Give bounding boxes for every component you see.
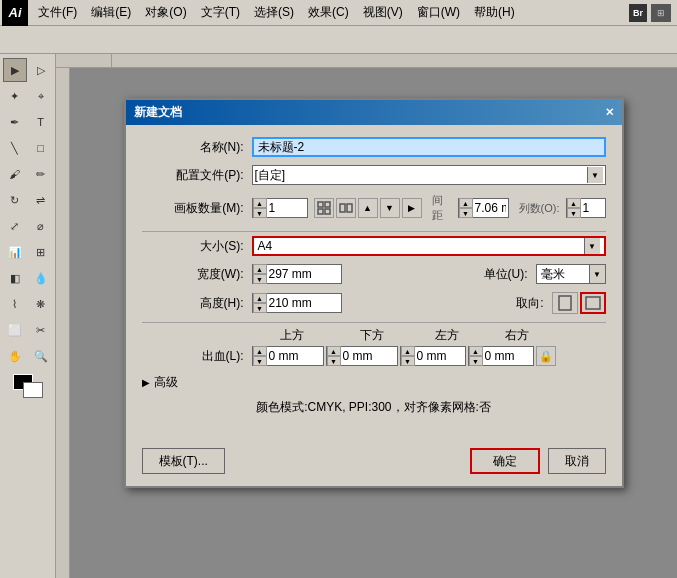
menu-object[interactable]: 对象(O) — [139, 2, 192, 23]
layout-up-icon[interactable]: ▲ — [358, 198, 378, 218]
tool-pen[interactable]: ✒ — [3, 110, 27, 134]
artboard-count-spinner[interactable]: ▲ ▼ — [252, 198, 308, 218]
height-row: 高度(H): ▲ ▼ — [142, 292, 606, 314]
col-count-up[interactable]: ▲ — [567, 198, 581, 208]
artboard-count-up[interactable]: ▲ — [253, 198, 267, 208]
bleed-right-spinner[interactable]: ▲ ▼ — [468, 346, 534, 366]
bleed-right-input[interactable] — [483, 349, 529, 363]
col-count-spinner[interactable]: ▲ ▼ — [566, 198, 606, 218]
height-up[interactable]: ▲ — [253, 293, 267, 303]
svg-rect-5 — [347, 204, 352, 212]
spacing-input[interactable] — [473, 201, 508, 215]
profile-dropdown-arrow[interactable]: ▼ — [587, 167, 603, 183]
advanced-label[interactable]: 高级 — [154, 374, 178, 391]
tool-mesh[interactable]: ⊞ — [29, 240, 53, 264]
orient-portrait-btn[interactable] — [552, 292, 578, 314]
tool-rotate[interactable]: ↻ — [3, 188, 27, 212]
cancel-button[interactable]: 取消 — [548, 448, 606, 474]
tool-rect[interactable]: □ — [29, 136, 53, 160]
tool-paintbrush[interactable]: 🖌 — [3, 162, 27, 186]
tool-direct-select[interactable]: ▷ — [29, 58, 53, 82]
bleed-left-up[interactable]: ▲ — [401, 346, 415, 356]
width-down[interactable]: ▼ — [253, 274, 267, 284]
spacing-down[interactable]: ▼ — [459, 208, 473, 218]
tool-type[interactable]: T — [29, 110, 53, 134]
layout-grid-icon[interactable] — [314, 198, 334, 218]
menu-window[interactable]: 窗口(W) — [411, 2, 466, 23]
menu-help[interactable]: 帮助(H) — [468, 2, 521, 23]
artboard-count-input[interactable] — [267, 201, 307, 215]
menu-bar: Ai 文件(F) 编辑(E) 对象(O) 文字(T) 选择(S) 效果(C) 视… — [0, 0, 677, 26]
menu-edit[interactable]: 编辑(E) — [85, 2, 137, 23]
tool-select[interactable]: ▶ — [3, 58, 27, 82]
spacing-up[interactable]: ▲ — [459, 198, 473, 208]
unit-dropdown-arrow[interactable]: ▼ — [589, 265, 605, 283]
bleed-right-down[interactable]: ▼ — [469, 356, 483, 366]
advanced-arrow[interactable]: ▶ — [142, 377, 150, 388]
height-input[interactable] — [267, 296, 332, 310]
bleed-left-down[interactable]: ▼ — [401, 356, 415, 366]
tool-line[interactable]: ╲ — [3, 136, 27, 160]
size-dropdown[interactable]: A4 ▼ — [252, 236, 606, 256]
bleed-left-input[interactable] — [415, 349, 461, 363]
grid-view-icon[interactable]: ⊞ — [651, 4, 671, 22]
dialog-close-icon[interactable]: ✕ — [605, 106, 614, 119]
template-button[interactable]: 模板(T)... — [142, 448, 225, 474]
tool-magic-wand[interactable]: ✦ — [3, 84, 27, 108]
bleed-bottom-up[interactable]: ▲ — [327, 346, 341, 356]
ok-button[interactable]: 确定 — [470, 448, 540, 474]
tool-warp[interactable]: ⌀ — [29, 214, 53, 238]
menu-select[interactable]: 选择(S) — [248, 2, 300, 23]
tool-reflect[interactable]: ⇌ — [29, 188, 53, 212]
layout-down-icon[interactable]: ▼ — [380, 198, 400, 218]
bleed-top-down[interactable]: ▼ — [253, 356, 267, 366]
menu-text[interactable]: 文字(T) — [195, 2, 246, 23]
name-input[interactable] — [252, 137, 606, 157]
tool-zoom[interactable]: 🔍 — [29, 344, 53, 368]
bleed-left-spinner[interactable]: ▲ ▼ — [400, 346, 466, 366]
bleed-top-up[interactable]: ▲ — [253, 346, 267, 356]
tool-hand[interactable]: ✋ — [3, 344, 27, 368]
profile-dropdown[interactable]: [自定] ▼ — [252, 165, 606, 185]
tool-lasso[interactable]: ⌖ — [29, 84, 53, 108]
size-dropdown-arrow[interactable]: ▼ — [584, 238, 600, 254]
width-spinner[interactable]: ▲ ▼ — [252, 264, 342, 284]
bleed-top-spinner[interactable]: ▲ ▼ — [252, 346, 324, 366]
layout-row-icon[interactable] — [336, 198, 356, 218]
orient-landscape-btn[interactable] — [580, 292, 606, 314]
menu-effect[interactable]: 效果(C) — [302, 2, 355, 23]
bleed-bottom-spinner[interactable]: ▲ ▼ — [326, 346, 398, 366]
tool-gradient[interactable]: ◧ — [3, 266, 27, 290]
col-count-down[interactable]: ▼ — [567, 208, 581, 218]
bleed-top-input[interactable] — [267, 349, 319, 363]
bleed-right-up[interactable]: ▲ — [469, 346, 483, 356]
menu-view[interactable]: 视图(V) — [357, 2, 409, 23]
width-up[interactable]: ▲ — [253, 264, 267, 274]
bleed-bottom-down[interactable]: ▼ — [327, 356, 341, 366]
canvas[interactable]: 新建文档 ✕ 名称(N): — [70, 68, 677, 578]
bleed-bottom-input[interactable] — [341, 349, 393, 363]
width-input[interactable] — [267, 267, 332, 281]
stroke-color[interactable] — [23, 382, 43, 398]
svg-rect-4 — [340, 204, 345, 212]
spacing-spinner[interactable]: ▲ ▼ — [458, 198, 509, 218]
artboard-count-down[interactable]: ▼ — [253, 208, 267, 218]
height-spinner[interactable]: ▲ ▼ — [252, 293, 342, 313]
ruler-corner — [56, 54, 112, 68]
tool-pencil[interactable]: ✏ — [29, 162, 53, 186]
tool-eyedropper[interactable]: 💧 — [29, 266, 53, 290]
layout-right-icon[interactable]: ▶ — [402, 198, 422, 218]
height-down[interactable]: ▼ — [253, 303, 267, 313]
unit-dropdown[interactable]: 毫米 ▼ — [536, 264, 606, 284]
tool-scale[interactable]: ⤢ — [3, 214, 27, 238]
tool-slice[interactable]: ✂ — [29, 318, 53, 342]
tool-artboard[interactable]: ⬜ — [3, 318, 27, 342]
side-ruler — [56, 68, 70, 578]
tool-symbol[interactable]: ❋ — [29, 292, 53, 316]
tool-blend[interactable]: ⌇ — [3, 292, 27, 316]
menu-file[interactable]: 文件(F) — [32, 2, 83, 23]
bleed-lock-btn[interactable]: 🔒 — [536, 346, 556, 366]
tool-graph[interactable]: 📊 — [3, 240, 27, 264]
col-count-input[interactable] — [581, 201, 606, 215]
canvas-side-area: 新建文档 ✕ 名称(N): — [56, 68, 677, 578]
